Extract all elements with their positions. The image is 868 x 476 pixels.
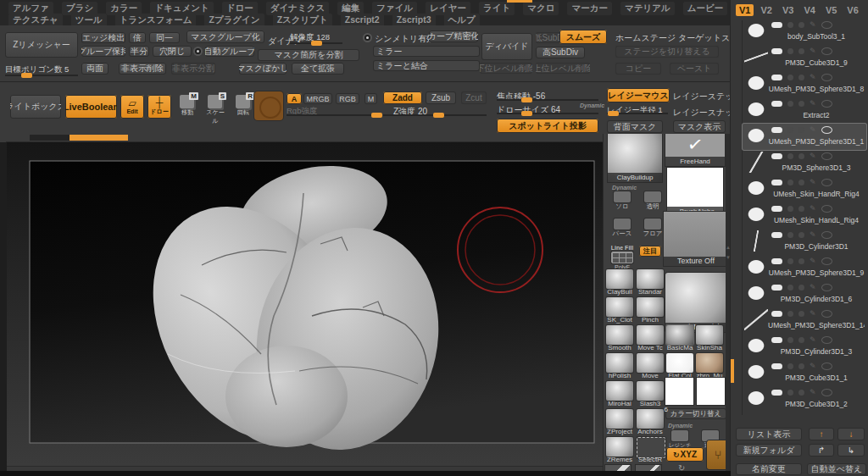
switch-stage-button[interactable]: ステージを切り替える [615, 46, 719, 58]
brush-anchors[interactable]: Anchors 6 [636, 409, 665, 436]
active-brush-thumb[interactable]: ClayBuildup [608, 134, 662, 182]
home-stage-button[interactable]: ホームステージ [615, 32, 676, 44]
menu-material[interactable]: マテリアル [620, 2, 675, 15]
list-view-button[interactable]: リスト表示 [736, 428, 802, 440]
auto-group-button[interactable]: 自動グループ [205, 46, 254, 57]
frame-button[interactable]: 注目 [639, 246, 661, 257]
edit-button[interactable]: ▱ Edit [120, 95, 144, 119]
mask-view-button[interactable]: マスク表示 [673, 120, 726, 133]
subtool-row[interactable]: ✎ body_SubTool3_1 [743, 19, 866, 45]
texture-off-thumb[interactable]: Texture Off [664, 212, 728, 266]
active-material-thumb[interactable]: BasicMaterial [665, 273, 730, 332]
zremesher-button[interactable]: Zリメッシャー [5, 32, 78, 58]
material-skinshade[interactable]: SkinSha [695, 325, 724, 352]
eye-icon[interactable] [821, 257, 832, 265]
lazy-mouse-button[interactable]: レイジーマウス [607, 88, 670, 102]
brush-mirohai[interactable]: MiroHai [605, 381, 634, 408]
move-gizmo-button[interactable]: M移動 [178, 95, 197, 117]
dynamic-mode-label[interactable]: Dynamic [580, 102, 604, 108]
eye-icon[interactable] [821, 152, 832, 160]
curve-precision-button[interactable]: カーブ精密化 [429, 30, 478, 42]
brush-hpolish[interactable]: hPolish [605, 353, 634, 380]
same-button[interactable]: 同一 [149, 32, 180, 43]
symmetry-radio[interactable] [364, 35, 370, 41]
subtool-row[interactable]: ✎ PM3D_Cube3D1_2 [743, 386, 866, 412]
rgb-tab[interactable]: RGB [336, 93, 359, 104]
brush-move[interactable]: Move [636, 353, 665, 380]
delete-hidden-button[interactable]: 非表示削除 [119, 63, 166, 75]
lazy-snap-label[interactable]: レイジースナッ [673, 107, 733, 119]
group-keep-button[interactable]: グループ保持 [81, 46, 125, 57]
high-subdiv-button[interactable]: 高SubDiv [536, 47, 585, 58]
polyframe-toggle[interactable]: Line Fill PolyF [607, 244, 637, 271]
brush-zproject[interactable]: ZProject [605, 409, 634, 436]
lazy-step-label[interactable]: レイジーステッ [673, 91, 733, 102]
tab-v1[interactable]: V1 [736, 4, 754, 16]
focal-shift-slider[interactable]: 焦点移動 -56 [497, 91, 598, 102]
livebooleans-button[interactable]: LiveBoolean [65, 95, 117, 119]
lightbox-button[interactable]: ライトボックス [10, 95, 61, 119]
color-swatch-white-1[interactable] [665, 378, 693, 405]
color-switch-button[interactable]: カラー切り替え [665, 408, 726, 419]
eye-icon[interactable] [821, 336, 832, 344]
tab-v4[interactable]: V4 [800, 4, 818, 16]
eye-icon[interactable] [821, 389, 832, 396]
tab-v5[interactable]: V5 [822, 4, 840, 16]
sculpt-canvas[interactable] [7, 142, 604, 466]
material-basic-small[interactable]: BasicMa [665, 325, 694, 352]
target-stage-button[interactable]: ターゲットステ [678, 32, 738, 44]
brush-standard[interactable]: Standar [636, 269, 665, 296]
brush-zremesher[interactable]: ZRemes [605, 437, 634, 464]
active-stroke-thumb[interactable]: ✓ FreeHand [665, 134, 725, 166]
new-folder-button[interactable]: 新規フォルダ [736, 444, 802, 457]
rgb-intensity-slider[interactable]: Rgb強度 [287, 106, 378, 118]
menu-light[interactable]: ライト [479, 2, 515, 15]
zsub-button[interactable]: Zsub [426, 91, 456, 104]
subtool-row[interactable]: ✎ PM3D_Cylinder3D1 [743, 229, 866, 255]
subtool-row[interactable]: ✎ Extract2 [743, 97, 866, 124]
mask-group-button[interactable]: マスクグループ化 [186, 30, 264, 43]
subtool-row[interactable]: ✎ UMesh_Skin_HandR_Rig4 [743, 176, 866, 202]
polypaint-pill-icon[interactable] [771, 22, 782, 28]
eye-icon[interactable] [821, 47, 832, 55]
eye-icon[interactable] [821, 284, 832, 291]
eye-icon[interactable] [821, 126, 832, 134]
eye-icon[interactable] [821, 205, 832, 213]
eye-icon[interactable] [821, 74, 832, 81]
target-polycount-slider[interactable]: 目標ポリゴン数 5 [5, 64, 78, 78]
a-channel-tab[interactable]: A [287, 93, 302, 104]
multiply-button[interactable]: 倍 [129, 32, 146, 43]
move-into-folder-button[interactable]: ↳ [837, 444, 865, 457]
rename-button[interactable]: 名前変更 [736, 463, 802, 475]
half-button[interactable]: 半分 [129, 46, 149, 57]
zadd-button[interactable]: Zadd [383, 91, 422, 104]
edge-detect-button[interactable]: エッジ検出 [81, 32, 125, 43]
subtool-row[interactable]: ✎ PM3D_Cube3D1_1 [743, 360, 866, 386]
subtool-scroll-indicator[interactable] [731, 359, 734, 383]
brush-move-topo[interactable]: Move Tc [636, 325, 665, 352]
eye-icon[interactable] [821, 310, 832, 318]
delete-higher-button[interactable]: 上位レベル削除 [536, 63, 590, 74]
delete-lower-button[interactable]: 下位レベル削除 [480, 63, 532, 74]
draw-pointer-button[interactable]: ┼ ドロー [147, 95, 171, 119]
z-intensity-slider[interactable]: Z強度 20 [383, 106, 487, 118]
brush-claybuildup[interactable]: ClayBuil [605, 269, 634, 296]
perspective-toggle[interactable]: パース [609, 219, 636, 237]
move-up-button[interactable]: ↑ [809, 428, 834, 440]
subtool-row[interactable]: ✎ PM3D_Cube3D1_9 [743, 45, 866, 71]
subtool-row[interactable]: ✎ PM3D_Cylinder3D1_6 [743, 281, 866, 307]
paste-button[interactable]: ペースト [670, 63, 719, 75]
double-sided-button[interactable]: 両面 [81, 63, 108, 75]
expand-all-button[interactable]: 全て拡張 [292, 63, 344, 75]
split-masked-button[interactable]: マスク箇所を分割 [258, 49, 359, 61]
symmetry-label[interactable]: シンメトリ有効 [375, 33, 435, 45]
active-color-swatch[interactable] [254, 91, 283, 120]
dynamesh-resolution-slider[interactable]: 解像度 128 [290, 32, 342, 46]
tab-v2[interactable]: V2 [757, 4, 775, 16]
gyro-xyz-button[interactable]: ↻ XYZ [666, 447, 704, 462]
brush-selectrect[interactable]: SelectR [636, 437, 665, 464]
color-swatch-white-2[interactable] [697, 378, 725, 405]
mrgb-tab[interactable]: MRGB [303, 93, 332, 104]
active-alpha-thumb[interactable]: ~BrushAlpha [667, 168, 723, 216]
floor-toggle[interactable]: フロア [639, 219, 666, 237]
